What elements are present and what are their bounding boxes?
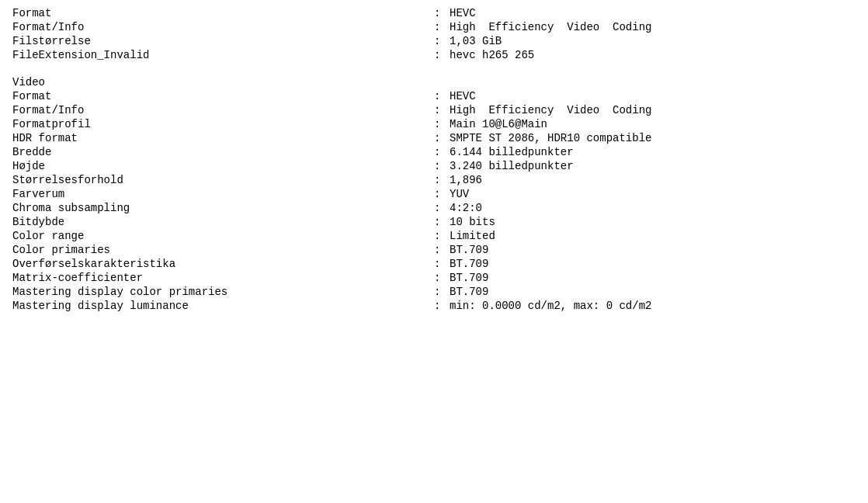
row-label: Chroma subsampling: [12, 201, 434, 215]
row-label: Color primaries: [12, 243, 434, 257]
row-value: Main 10@L6@Main: [450, 117, 856, 131]
info-table-general: Format: HEVCFormat/Info: High Efficiency…: [12, 6, 856, 62]
row-value: hevc h265 265: [450, 48, 856, 62]
row-label: Formatprofil: [12, 117, 434, 131]
row-value: 4:2:0: [450, 201, 856, 215]
row-label: Format/Info: [12, 20, 434, 34]
table-row: Color range: Limited: [12, 229, 856, 243]
row-colon: :: [434, 257, 450, 271]
table-row: Farverum: YUV: [12, 187, 856, 201]
row-colon: :: [434, 131, 450, 145]
table-row: Formatprofil: Main 10@L6@Main: [12, 117, 856, 131]
row-label: Højde: [12, 159, 434, 173]
info-table-video: Format: HEVCFormat/Info: High Efficiency…: [12, 89, 856, 313]
row-colon: :: [434, 159, 450, 173]
table-row: Format: HEVC: [12, 89, 856, 103]
row-value: HEVC: [450, 89, 856, 103]
row-label: Farverum: [12, 187, 434, 201]
table-row: Color primaries: BT.709: [12, 243, 856, 257]
row-colon: :: [434, 6, 450, 20]
row-colon: :: [434, 299, 450, 313]
table-row: Matrix-coefficienter: BT.709: [12, 271, 856, 285]
row-label: Bredde: [12, 145, 434, 159]
row-label: Format: [12, 6, 434, 20]
row-colon: :: [434, 201, 450, 215]
table-row: HDR format: SMPTE ST 2086, HDR10 compati…: [12, 131, 856, 145]
row-colon: :: [434, 215, 450, 229]
row-colon: :: [434, 243, 450, 257]
table-row: Format: HEVC: [12, 6, 856, 20]
row-label: Mastering display color primaries: [12, 285, 434, 299]
row-label: Filstørrelse: [12, 34, 434, 48]
table-row: Filstørrelse: 1,03 GiB: [12, 34, 856, 48]
row-label: HDR format: [12, 131, 434, 145]
row-label: Overførselskarakteristika: [12, 257, 434, 271]
section-spacer: [12, 62, 856, 70]
row-value: HEVC: [450, 6, 856, 20]
row-colon: :: [434, 145, 450, 159]
row-colon: :: [434, 117, 450, 131]
row-label: Bitdybde: [12, 215, 434, 229]
row-value: 3.240 billedpunkter: [450, 159, 856, 173]
row-value: 1,896: [450, 173, 856, 187]
section-title-video: Video: [12, 70, 856, 89]
row-colon: :: [434, 229, 450, 243]
table-row: Højde: 3.240 billedpunkter: [12, 159, 856, 173]
row-label: Mastering display luminance: [12, 299, 434, 313]
row-value: 6.144 billedpunkter: [450, 145, 856, 159]
table-row: Chroma subsampling: 4:2:0: [12, 201, 856, 215]
row-colon: :: [434, 20, 450, 34]
row-colon: :: [434, 173, 450, 187]
row-label: FileExtension_Invalid: [12, 48, 434, 62]
table-row: Mastering display color primaries: BT.70…: [12, 285, 856, 299]
row-value: 10 bits: [450, 215, 856, 229]
table-row: Overførselskarakteristika: BT.709: [12, 257, 856, 271]
row-label: Color range: [12, 229, 434, 243]
row-label: Matrix-coefficienter: [12, 271, 434, 285]
table-row: Bredde: 6.144 billedpunkter: [12, 145, 856, 159]
table-row: Størrelsesforhold: 1,896: [12, 173, 856, 187]
row-colon: :: [434, 34, 450, 48]
row-value: min: 0.0000 cd/m2, max: 0 cd/m2: [450, 299, 856, 313]
row-value: High Efficiency Video Coding: [450, 20, 856, 34]
table-row: Bitdybde: 10 bits: [12, 215, 856, 229]
row-value: BT.709: [450, 257, 856, 271]
row-value: High Efficiency Video Coding: [450, 103, 856, 117]
row-value: SMPTE ST 2086, HDR10 compatible: [450, 131, 856, 145]
row-label: Format/Info: [12, 103, 434, 117]
table-row: Mastering display luminance: min: 0.0000…: [12, 299, 856, 313]
row-value: 1,03 GiB: [450, 34, 856, 48]
row-value: BT.709: [450, 243, 856, 257]
row-label: Størrelsesforhold: [12, 173, 434, 187]
row-colon: :: [434, 103, 450, 117]
row-label: Format: [12, 89, 434, 103]
row-value: BT.709: [450, 271, 856, 285]
table-row: Format/Info: High Efficiency Video Codin…: [12, 20, 856, 34]
table-row: Format/Info: High Efficiency Video Codin…: [12, 103, 856, 117]
row-colon: :: [434, 89, 450, 103]
row-colon: :: [434, 271, 450, 285]
media-info-container: Format: HEVCFormat/Info: High Efficiency…: [12, 6, 856, 313]
table-row: FileExtension_Invalid: hevc h265 265: [12, 48, 856, 62]
row-value: BT.709: [450, 285, 856, 299]
row-colon: :: [434, 285, 450, 299]
row-colon: :: [434, 48, 450, 62]
row-colon: :: [434, 187, 450, 201]
row-value: YUV: [450, 187, 856, 201]
row-value: Limited: [450, 229, 856, 243]
